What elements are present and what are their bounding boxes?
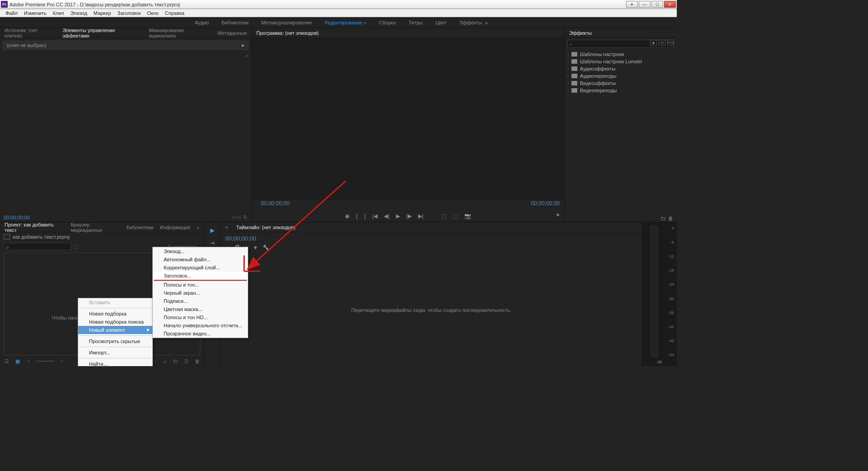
- lift-icon[interactable]: ⬚: [442, 213, 447, 219]
- ws-titles[interactable]: Титры: [409, 20, 423, 25]
- maximize-button[interactable]: ☐: [651, 1, 663, 8]
- loop-icon[interactable]: ▷◁: [233, 214, 240, 220]
- tab-effect-controls[interactable]: Элементы управления эффектами ≡: [62, 28, 142, 38]
- sub-transparent-video[interactable]: Прозрачное видео...: [153, 330, 248, 338]
- export-frame-icon[interactable]: 📷: [464, 213, 471, 219]
- sub-color-matte[interactable]: Цветная маска...: [153, 305, 248, 313]
- expand-icon[interactable]: ▶: [242, 43, 245, 47]
- tab-program[interactable]: Программа: (нет эпизодов) ≡: [256, 30, 319, 36]
- fx-yuv-icon[interactable]: YUV: [667, 40, 674, 46]
- sub-captions[interactable]: Подписи...: [153, 297, 248, 305]
- ws-editing[interactable]: Редактирование ≡: [325, 20, 366, 25]
- ctx-import[interactable]: Импорт...: [78, 349, 152, 357]
- ws-overflow[interactable]: »: [485, 20, 488, 26]
- new-bin-icon[interactable]: 🗀: [172, 358, 179, 364]
- fx-32bit-icon[interactable]: 32: [659, 40, 665, 46]
- fx-video-effects[interactable]: ›Видеоэффекты: [567, 80, 674, 87]
- tab-source[interactable]: Источник: (нет клипов): [5, 28, 56, 38]
- fx-lumetri-presets[interactable]: ›Шаблоны настроек Lumetri: [567, 58, 674, 65]
- sub-bars-and-tone[interactable]: Полосы и тон...: [153, 281, 248, 289]
- step-fwd-icon[interactable]: |▶: [406, 213, 412, 219]
- menu-help[interactable]: Справка: [162, 10, 187, 16]
- source-panel: Источник: (нет клипов) Элементы управлен…: [0, 28, 252, 222]
- icon-view-icon[interactable]: ▦: [14, 358, 21, 364]
- sub-universal-leader[interactable]: Начало универсального отсчета...: [153, 321, 248, 330]
- menu-clip[interactable]: Клип: [50, 10, 67, 16]
- fx-presets[interactable]: ›Шаблоны настроек: [567, 51, 674, 58]
- ctx-new-bin[interactable]: Новая подборка: [78, 310, 152, 318]
- menu-edit[interactable]: Изменить: [21, 10, 49, 16]
- project-search[interactable]: ⌕: [4, 243, 71, 250]
- help-button[interactable]: ✦: [626, 1, 638, 8]
- fx-accel-icon[interactable]: ▣: [650, 40, 657, 46]
- menu-file[interactable]: Файл: [3, 10, 20, 16]
- ctx-find[interactable]: Найти...: [78, 360, 152, 366]
- filter-icon[interactable]: ⬚: [74, 244, 79, 250]
- extract-icon[interactable]: ⬚: [453, 213, 458, 219]
- program-monitor[interactable]: [252, 38, 564, 200]
- go-to-out-icon[interactable]: ▶|: [418, 213, 424, 219]
- ws-metalogging[interactable]: Метажурналирование: [261, 20, 312, 25]
- delete-icon[interactable]: 🗑: [194, 358, 200, 364]
- tab-effects[interactable]: Эффекты ≡: [569, 30, 592, 36]
- ctx-new-search-bin[interactable]: Новая подборка поиска: [78, 318, 152, 326]
- menu-title[interactable]: Заголовок: [115, 10, 144, 16]
- step-back-icon[interactable]: ◀|: [384, 213, 389, 219]
- in-point-icon[interactable]: {: [356, 213, 358, 219]
- marker-icon[interactable]: ◉: [345, 213, 349, 219]
- ws-effects[interactable]: Эффекты: [459, 20, 482, 25]
- tab-audio-mixer[interactable]: Микширование аудиоклипа: [149, 28, 211, 38]
- zoom-slider-right[interactable]: ○: [59, 358, 65, 364]
- tab-overflow[interactable]: »: [197, 225, 199, 230]
- tab-media-browser[interactable]: Браузер медиаданных: [71, 222, 120, 233]
- fx-audio-transitions[interactable]: ›Аудиопереходы: [567, 72, 674, 80]
- ws-assembly[interactable]: Сборка: [379, 20, 396, 25]
- button-editor-icon[interactable]: +: [556, 211, 560, 218]
- sub-title[interactable]: Заголовок...: [153, 272, 248, 280]
- sub-adjustment-layer[interactable]: Корректирующий слой...: [153, 264, 248, 272]
- noclip-indicator: (клип не выбран) ▶: [3, 41, 249, 50]
- scroll-up-icon[interactable]: ▲: [245, 53, 249, 57]
- new-bin-icon[interactable]: 🗀: [660, 216, 665, 221]
- out-point-icon[interactable]: }: [364, 213, 366, 219]
- tab-libraries[interactable]: Библиотеки: [127, 225, 154, 230]
- fx-audio-effects[interactable]: ›Аудиоэффекты: [567, 65, 674, 72]
- ctx-new-item[interactable]: Новый элемент▶: [78, 326, 152, 334]
- sub-sequence[interactable]: Эпизод...: [153, 247, 248, 255]
- track-select-tool-icon[interactable]: ⇥: [208, 239, 217, 247]
- sub-offline-file[interactable]: Автономный файл...: [153, 255, 248, 264]
- search-icon: ⌕: [6, 244, 9, 250]
- sub-hd-bars-tone[interactable]: Полосы и тон HD...: [153, 313, 248, 321]
- ws-color[interactable]: Цвет: [435, 20, 447, 25]
- menu-marker[interactable]: Маркер: [91, 10, 114, 16]
- close-button[interactable]: ✕: [664, 1, 676, 8]
- settings-icon[interactable]: ▼: [253, 245, 258, 251]
- meter-bar: [651, 226, 658, 357]
- timeline-timecode[interactable]: 00;00;00;00: [225, 235, 637, 242]
- insert-icon[interactable]: ⎘: [244, 214, 247, 220]
- tab-project[interactable]: Проект: как добавить текст ≡: [5, 222, 64, 233]
- play-icon[interactable]: ▶: [396, 213, 400, 219]
- selection-tool-icon[interactable]: ▶: [208, 226, 217, 234]
- new-item-icon[interactable]: 🗋: [183, 358, 189, 364]
- timeline-drop-area[interactable]: Перетащите медиафайлы сюда, чтобы создат…: [221, 254, 642, 366]
- ws-libraries[interactable]: Библиотеки: [222, 20, 249, 25]
- list-view-icon[interactable]: ☰: [4, 358, 10, 364]
- ctx-view-hidden[interactable]: Просмотреть скрытые: [78, 337, 152, 345]
- find-icon[interactable]: ⌕: [161, 358, 168, 364]
- ws-audio[interactable]: Аудио: [195, 20, 209, 25]
- zoom-slider[interactable]: [36, 361, 54, 362]
- tab-info[interactable]: Информация: [160, 225, 190, 230]
- effects-filter-icons: ▣ 32 YUV: [650, 40, 674, 46]
- menu-window[interactable]: Окно: [144, 10, 161, 16]
- trash-icon[interactable]: 🗑: [668, 216, 673, 221]
- tab-timeline[interactable]: Таймлайн: (нет эпизодов) ≡: [236, 225, 296, 230]
- go-to-in-icon[interactable]: |◀: [372, 213, 377, 219]
- minimize-button[interactable]: —: [639, 1, 651, 8]
- tab-metadata[interactable]: Метаданные: [217, 30, 247, 36]
- zoom-slider-left[interactable]: ○: [25, 358, 32, 364]
- fx-video-transitions[interactable]: ›Видеопереходы: [567, 87, 674, 94]
- menu-sequence[interactable]: Эпизод: [68, 10, 90, 16]
- sub-black-video[interactable]: Черный экран...: [153, 289, 248, 297]
- wrench-icon[interactable]: 🔧: [263, 245, 269, 251]
